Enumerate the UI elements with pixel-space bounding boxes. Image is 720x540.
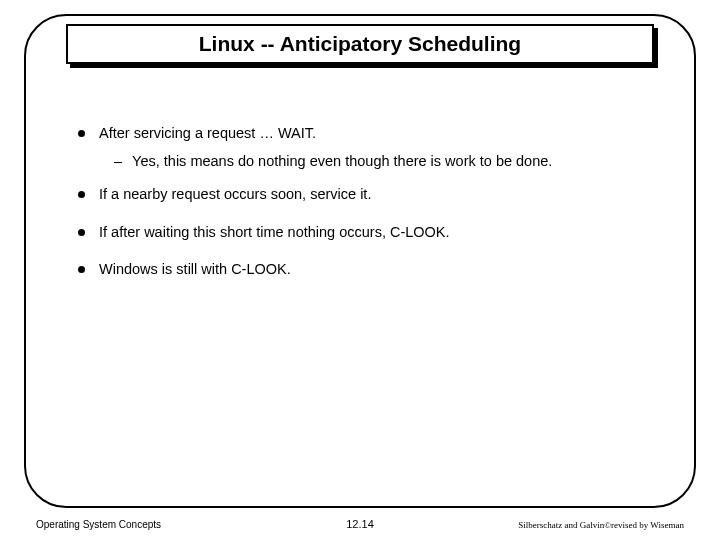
dash-icon: – [114, 152, 122, 172]
bullet-text: If after waiting this short time nothing… [99, 223, 658, 243]
title-box: Linux -- Anticipatory Scheduling [66, 24, 654, 64]
bullet-icon [78, 266, 85, 273]
slide-title: Linux -- Anticipatory Scheduling [199, 32, 521, 56]
bullet-text: After servicing a request … WAIT. [99, 124, 658, 144]
bullet-text: If a nearby request occurs soon, service… [99, 185, 658, 205]
bullet-icon [78, 229, 85, 236]
footer-left: Operating System Concepts [36, 519, 252, 530]
bullet-item: If a nearby request occurs soon, service… [78, 185, 658, 205]
bullet-item: After servicing a request … WAIT. [78, 124, 658, 144]
bullet-item: If after waiting this short time nothing… [78, 223, 658, 243]
bullet-item: Windows is still with C-LOOK. [78, 260, 658, 280]
bullet-icon [78, 130, 85, 137]
content-area: After servicing a request … WAIT. – Yes,… [78, 124, 658, 288]
sub-bullet-item: – Yes, this means do nothing even though… [114, 152, 658, 172]
sub-bullet-text: Yes, this means do nothing even though t… [132, 152, 552, 172]
bullet-text: Windows is still with C-LOOK. [99, 260, 658, 280]
footer-right: Silberschatz and Galvin©revised by Wisem… [468, 520, 684, 530]
bullet-icon [78, 191, 85, 198]
footer: Operating System Concepts 12.14 Silbersc… [36, 518, 684, 530]
footer-page-number: 12.14 [252, 518, 468, 530]
